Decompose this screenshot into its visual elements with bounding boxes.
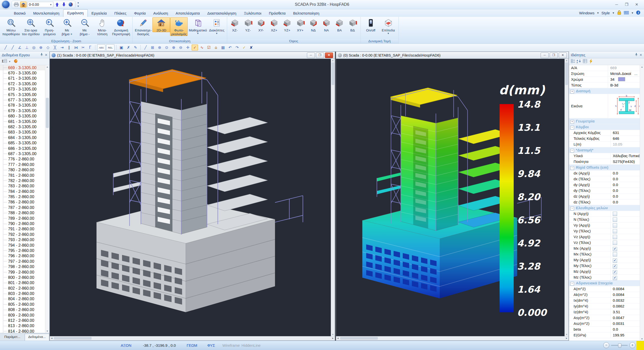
chevron-down-icon[interactable]: ▼ <box>9 60 11 63</box>
chevron-down-icon[interactable]: ▼ <box>209 32 225 35</box>
tree-item-805[interactable]: 805 - 2-860.00 <box>0 302 49 307</box>
rel-coords-button-icon[interactable]: REL <box>106 44 114 51</box>
vp-close-button[interactable]: ✕ <box>559 53 567 58</box>
tree-item-669[interactable]: 669 - 3-1305.00 <box>0 65 49 70</box>
lightning-icon[interactable] <box>589 59 592 64</box>
collapse-icon[interactable]: − <box>570 149 574 153</box>
sort-az-icon[interactable]: AZ <box>577 59 582 64</box>
ribbon-xy+-button[interactable]: XY+ <box>294 17 307 32</box>
status-geometry-mode[interactable]: ΓΕΩΜ <box>187 343 197 347</box>
tree-item-673[interactable]: 673 - 3-1305.00 <box>0 87 49 92</box>
prop-section-item[interactable]: −*Διατομή* <box>569 147 640 153</box>
tree-item-787[interactable]: 787 - 2-860.00 <box>0 205 49 210</box>
tree-item-777[interactable]: 777 - 2-860.00 <box>0 162 49 167</box>
tree-item-800[interactable]: 800 - 2-860.00 <box>0 275 49 280</box>
zoom-window-tool-icon[interactable]: ⊞ <box>149 45 156 51</box>
midpoint-snap-icon[interactable]: ╱ <box>10 45 16 51</box>
tree-item-797[interactable]: 797 - 2-860.00 <box>0 259 49 264</box>
close-panel-icon[interactable]: ✕ <box>45 53 48 57</box>
ribbon-item-button[interactable]: ΔυναμικήΠεριστροφή <box>111 17 131 36</box>
cancel-button-icon[interactable]: ✘ <box>248 45 254 51</box>
prop-section-rigid-offsets-cm[interactable]: −Rigid Offsets (cm) <box>569 165 640 170</box>
chevron-down-icon[interactable]: ▼ <box>612 12 615 14</box>
chevron-down-icon[interactable]: ▼ <box>631 12 634 14</box>
vp-restore-button[interactable]: ❐ <box>316 53 324 58</box>
tree-item-795[interactable]: 795 - 2-860.00 <box>0 248 49 253</box>
chevron-down-icon[interactable]: ▼ <box>50 3 53 6</box>
tree-item-799[interactable]: 799 - 2-860.00 <box>0 270 49 275</box>
expand-icon[interactable]: + <box>570 120 574 124</box>
print-icon[interactable] <box>13 2 19 7</box>
tree-item-682[interactable]: 682 - 3-1305.00 <box>0 124 49 129</box>
checkbox-checked[interactable]: ✓ <box>613 247 617 251</box>
perpendicular-snap-icon[interactable]: ⊥ <box>24 45 30 51</box>
tree-item-683[interactable]: 683 - 3-1305.00 <box>0 130 49 135</box>
tree-item-677[interactable]: 677 - 3-1305.00 <box>0 97 49 103</box>
lock-icon[interactable] <box>617 10 622 16</box>
matrix-tool-icon[interactable]: ▦ <box>220 45 226 51</box>
ribbon-item-button[interactable]: Μαθηματικό▼ <box>188 17 208 35</box>
vp-minimize-button[interactable]: ─ <box>541 53 549 58</box>
tab-item[interactable]: Πρόσθετα <box>265 10 289 17</box>
tree-scrollbar[interactable]: ▲▼ <box>45 65 49 333</box>
zoom-slider-thumb[interactable] <box>618 343 621 348</box>
tree-item-803[interactable]: 803 - 2-860.00 <box>0 291 49 296</box>
sketch-tool-icon[interactable]: ✎ <box>132 45 139 51</box>
tree-item-780[interactable]: 780 - 2-860.00 <box>0 167 49 172</box>
ribbon-on-off-button[interactable]: On/off <box>362 17 380 32</box>
ribbon-yz+-button[interactable]: YZ+ <box>281 17 294 32</box>
checkbox-unchecked[interactable] <box>613 252 617 256</box>
center-snap-icon[interactable]: ◎ <box>31 45 37 51</box>
zoom-out-tool-icon[interactable]: ⊖ <box>178 45 184 51</box>
confirm-tool-icon[interactable]: ✓ <box>192 45 198 51</box>
corner-tool-icon[interactable]: Γ <box>87 45 93 51</box>
tree-item-813[interactable]: 813 - 2-860.00 <box>0 323 49 329</box>
sum-table-icon[interactable]: Σ <box>2 59 7 64</box>
checkbox-checked[interactable]: ✓ <box>613 276 617 280</box>
ribbon-2d-3d-button[interactable]: 2D-3D <box>152 17 170 32</box>
checkbox-unchecked[interactable] <box>613 229 617 233</box>
viewport-1-canvas[interactable]: ▲▼ <box>50 59 335 336</box>
tree-item-675[interactable]: 675 - 3-1305.00 <box>0 92 49 97</box>
building-levels-icon[interactable] <box>20 2 27 8</box>
tree-item-681[interactable]: 681 - 3-1305.00 <box>0 119 49 124</box>
qat-customize-icon[interactable]: ▾▾ <box>77 1 79 8</box>
ribbon-item-button[interactable]: ΝΔ <box>307 17 320 32</box>
vp-close-button[interactable]: ✕ <box>325 53 333 58</box>
tree-item-798[interactable]: 798 - 2-860.00 <box>0 264 49 269</box>
ribbon-item-button[interactable]: Φωτο-ρεαλισμός <box>170 17 188 36</box>
tab-item[interactable]: Ξυλότυποι <box>240 10 265 17</box>
tree-item-812[interactable]: 812 - 2-860.00 <box>0 318 49 323</box>
zoom-in-button[interactable]: + <box>629 342 635 348</box>
confirm-box-tool-icon[interactable]: ☑ <box>206 45 212 51</box>
tree-item-680[interactable]: 680 - 3-1305.00 <box>0 114 49 119</box>
tab-item[interactable]: Βελτιστοποίηση <box>289 10 323 17</box>
tree-item-808[interactable]: 808 - 2-860.00 <box>0 307 49 313</box>
level-down-icon[interactable] <box>61 2 67 7</box>
tree-item-801[interactable]: 801 - 2-860.00 <box>0 280 49 286</box>
trim-tool-icon[interactable]: ✂ <box>80 45 86 51</box>
apparent-intersection-snap-icon[interactable]: ⋈ <box>73 45 79 51</box>
tree-item-785[interactable]: 785 - 2-860.00 <box>0 194 49 199</box>
ribbon-item-button[interactable]: ΝΑ <box>320 17 333 32</box>
ribbon-item-button[interactable]: ΒΑ <box>333 17 346 32</box>
categorize-icon[interactable] <box>571 59 575 64</box>
tree-item-788[interactable]: 788 - 2-860.00 <box>0 210 49 216</box>
checkbox-unchecked[interactable] <box>613 235 617 239</box>
prop-section-item[interactable]: −Αδρανειακά Στοιχεία <box>569 280 640 286</box>
app-menu-button[interactable] <box>2 0 10 9</box>
viewport-2-canvas[interactable]: d(mm) 14.813.111.59.848.206.564.923.281.… <box>336 59 569 336</box>
sweep-tool-icon[interactable]: ✓ <box>241 45 247 51</box>
ribbon-item-button[interactable]: Μετα-τόπιση <box>94 17 111 36</box>
status-axis-mode[interactable]: ΑΞΟΝ <box>121 343 131 347</box>
collapse-icon[interactable]: − <box>570 166 574 170</box>
tree-item-783[interactable]: 783 - 2-860.00 <box>0 184 49 189</box>
tab-parameters[interactable]: Παράμετ... <box>0 334 25 341</box>
delete-node-tool-icon[interactable]: ✗ <box>125 45 132 51</box>
tree-item-671[interactable]: 671 - 3-1305.00 <box>0 76 49 81</box>
tree-item-678[interactable]: 678 - 3-1305.00 <box>0 103 49 108</box>
tab-item[interactable]: Μοντελοποίηση <box>29 10 63 17</box>
status-physical-mode[interactable]: ΦΥΣ <box>207 343 215 347</box>
checkbox-checked[interactable]: ✓ <box>613 258 617 263</box>
tree-item-781[interactable]: 781 - 2-860.00 <box>0 173 49 178</box>
